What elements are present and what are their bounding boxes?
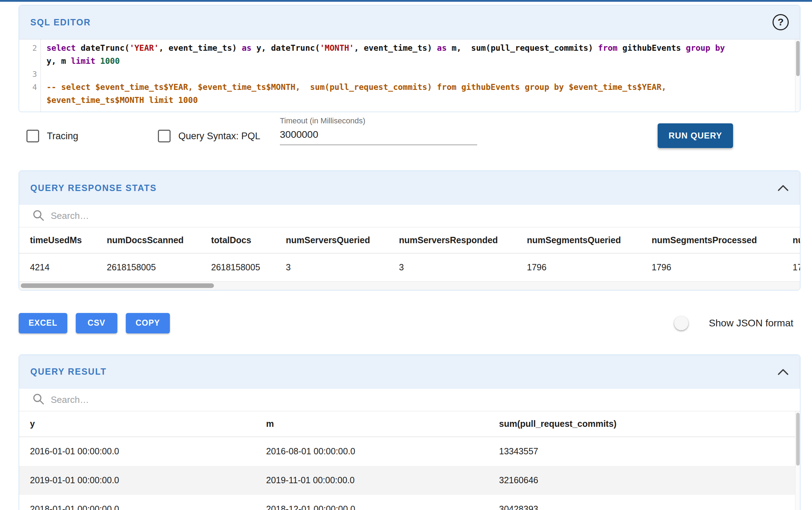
stats-table: timeUsedMsnumDocsScannedtotalDocsnumServ…: [19, 227, 800, 282]
stats-search-input[interactable]: [51, 210, 787, 221]
column-header-totaldocs[interactable]: totalDocs: [200, 227, 275, 253]
table-cell: 2018-12-01 00:00:00.0: [255, 495, 488, 510]
column-header-numserversqueried[interactable]: numServersQueried: [275, 227, 388, 253]
column-header-timeusedms[interactable]: timeUsedMs: [19, 227, 96, 253]
code-line: -- select $event_time_ts$YEAR, $event_ti…: [47, 81, 795, 94]
csv-button[interactable]: CSV: [76, 313, 117, 333]
column-header-numsegmentsprocessed[interactable]: numSegmentsProcessed: [641, 227, 782, 253]
table-header-row: ymsum(pull_request_commits): [19, 411, 796, 437]
code-line: select dateTrunc('YEAR', event_time_ts) …: [47, 42, 795, 55]
sql-editor-title: SQL EDITOR: [30, 17, 91, 27]
line-number: 4: [19, 81, 37, 94]
table-row: 2016-01-01 00:00:00.02016-08-01 00:00:00…: [19, 437, 796, 466]
table-cell: 2019-11-01 00:00:00.0: [255, 466, 488, 495]
editor-scrollbar-thumb[interactable]: [796, 41, 800, 76]
table-cell: 32160646: [488, 466, 796, 495]
tracing-checkbox[interactable]: [26, 130, 39, 142]
collapse-chevron-up-icon[interactable]: [777, 368, 789, 375]
query-result-panel: QUERY RESULT ymsum(pull_request_commits)…: [19, 355, 800, 510]
query-response-stats-panel: QUERY RESPONSE STATS timeUsedMsnumDocsSc…: [19, 171, 800, 290]
toggle-knob[interactable]: [674, 316, 688, 330]
json-toggle-group: Show JSON format: [676, 318, 793, 329]
code-line: $event_time_ts$MONTH limit 1000: [47, 94, 795, 107]
table-cell: 2018-01-01 00:00:00.0: [19, 495, 255, 510]
query-controls: Tracing Query Syntax: PQL Timeout (in Mi…: [19, 112, 800, 161]
copy-button[interactable]: COPY: [126, 313, 170, 333]
column-header-numdocsscanned[interactable]: numDocsScanned: [96, 227, 200, 253]
column-header-numsegmentsqueried[interactable]: numSegmentsQueried: [516, 227, 641, 253]
excel-button[interactable]: EXCEL: [19, 313, 67, 333]
stats-scrollbar-thumb[interactable]: [21, 283, 214, 288]
line-number: [19, 55, 37, 68]
table-cell: 2016-08-01 00:00:00.0: [255, 437, 488, 466]
line-number: 3: [19, 68, 37, 81]
table-cell: 1796: [641, 253, 782, 281]
column-header-m[interactable]: m: [255, 411, 488, 437]
tracing-checkbox-group[interactable]: Tracing: [26, 130, 78, 142]
show-json-toggle[interactable]: [676, 318, 699, 328]
stats-horizontal-scrollbar[interactable]: [19, 282, 800, 290]
sql-editor-panel: SQL EDITOR ? 234 select dateTrunc('YEAR'…: [19, 5, 800, 112]
table-cell: 4214: [19, 253, 96, 281]
result-panel-title: QUERY RESULT: [30, 367, 107, 377]
table-row: 2018-01-01 00:00:00.02018-12-01 00:00:00…: [19, 495, 796, 510]
collapse-chevron-up-icon[interactable]: [777, 184, 789, 191]
sql-editor-panel-header: SQL EDITOR ?: [19, 5, 800, 39]
search-icon: [32, 393, 44, 406]
table-cell: 3: [388, 253, 516, 281]
pql-label: Query Syntax: PQL: [178, 131, 260, 142]
timeout-field-group: Timeout (in Milliseconds): [280, 116, 477, 145]
result-scrollbar-thumb[interactable]: [796, 413, 800, 466]
stats-panel-header: QUERY RESPONSE STATS: [19, 171, 800, 205]
table-cell: 1796: [782, 253, 800, 281]
result-search-row: [19, 389, 800, 411]
table-cell: 30428393: [488, 495, 796, 510]
stats-table-wrapper: timeUsedMsnumDocsScannedtotalDocsnumServ…: [19, 227, 800, 282]
sql-gutter: 234: [19, 39, 41, 112]
help-icon[interactable]: ?: [773, 14, 789, 30]
column-header-numserversresponded[interactable]: numServersResponded: [388, 227, 516, 253]
tracing-label: Tracing: [47, 131, 78, 142]
column-header-numsegmentsmatched[interactable]: numSegmentsMatched: [782, 227, 800, 253]
table-header-row: timeUsedMsnumDocsScannedtotalDocsnumServ…: [19, 227, 800, 253]
stats-search-row: [19, 205, 800, 227]
app-top-bar: [0, 0, 812, 2]
code-line: y, m limit 1000: [47, 55, 795, 68]
table-cell: 2618158005: [200, 253, 275, 281]
line-number: [19, 94, 37, 107]
sql-code-editor[interactable]: 234 select dateTrunc('YEAR', event_time_…: [19, 39, 800, 112]
line-number: 2: [19, 42, 37, 55]
result-table: ymsum(pull_request_commits) 2016-01-01 0…: [19, 411, 796, 510]
table-cell: 2016-01-01 00:00:00.0: [19, 437, 255, 466]
editor-vertical-scrollbar[interactable]: [795, 39, 800, 112]
run-query-button[interactable]: RUN QUERY: [658, 123, 733, 148]
export-row: EXCEL CSV COPY Show JSON format: [19, 313, 800, 333]
pql-checkbox[interactable]: [158, 130, 171, 142]
search-icon: [32, 209, 44, 223]
timeout-label: Timeout (in Milliseconds): [280, 116, 477, 125]
table-cell: 2019-01-01 00:00:00.0: [19, 466, 255, 495]
table-row: 42142618158005261815800533179617961796: [19, 253, 800, 281]
table-row: 2019-01-01 00:00:00.02019-11-01 00:00:00…: [19, 466, 796, 495]
show-json-label: Show JSON format: [709, 318, 793, 329]
table-cell: 1796: [516, 253, 641, 281]
pql-checkbox-group[interactable]: Query Syntax: PQL: [158, 130, 260, 142]
table-cell: 3: [275, 253, 388, 281]
sql-code-lines[interactable]: select dateTrunc('YEAR', event_time_ts) …: [41, 39, 795, 112]
help-glyph: ?: [777, 17, 783, 28]
result-search-input[interactable]: [51, 394, 787, 405]
column-header-y[interactable]: y: [19, 411, 255, 437]
result-vertical-scrollbar[interactable]: [795, 411, 800, 510]
timeout-input[interactable]: [280, 125, 477, 145]
stats-panel-title: QUERY RESPONSE STATS: [30, 183, 157, 193]
table-cell: 13343557: [488, 437, 796, 466]
table-cell: 2618158005: [96, 253, 200, 281]
code-line: [47, 68, 795, 81]
query-console-page: SQL EDITOR ? 234 select dateTrunc('YEAR'…: [19, 5, 800, 510]
result-panel-header: QUERY RESULT: [19, 355, 800, 389]
result-table-body: ymsum(pull_request_commits) 2016-01-01 0…: [19, 411, 800, 510]
column-header-sum-pull-request-commits-[interactable]: sum(pull_request_commits): [488, 411, 796, 437]
